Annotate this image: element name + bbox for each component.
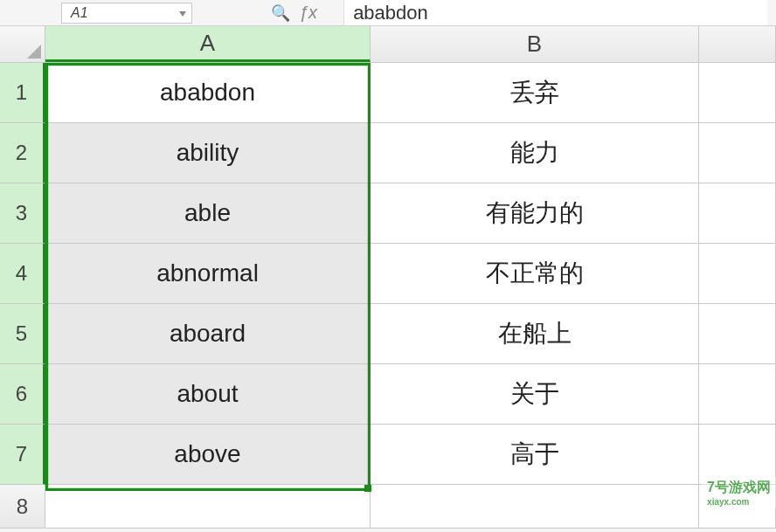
cell-reference-box[interactable]: A1 [61,3,192,24]
table-row: 5 aboard 在船上 [0,304,776,364]
formula-bar: A1 🔍 ƒx [0,0,776,26]
cell-c8[interactable] [699,485,776,529]
row-header-7[interactable]: 7 [0,425,45,485]
column-header-a[interactable]: A [45,26,371,62]
row-header-3[interactable]: 3 [0,183,45,244]
cell-c3[interactable] [699,183,776,244]
fx-icon[interactable]: ƒx [299,3,317,23]
table-row: 4 abnormal 不正常的 [0,244,776,304]
row-header-4[interactable]: 4 [0,244,45,304]
cell-a4[interactable]: abnormal [45,244,371,304]
cell-c6[interactable] [699,364,776,425]
row-header-8[interactable]: 8 [0,485,45,529]
column-header-c[interactable] [699,26,776,62]
cell-c5[interactable] [699,304,776,364]
cell-a2[interactable]: ability [45,123,371,183]
cell-b3[interactable]: 有能力的 [371,183,699,244]
cell-b6[interactable]: 关于 [371,364,699,425]
cell-a5[interactable]: aboard [45,304,371,364]
table-row: 3 able 有能力的 [0,183,776,244]
table-row: 6 about 关于 [0,364,776,425]
column-header-b[interactable]: B [371,26,699,62]
cell-reference-value: A1 [71,5,88,21]
cell-a3[interactable]: able [45,183,371,244]
row-header-5[interactable]: 5 [0,304,45,364]
search-icon[interactable]: 🔍 [271,3,290,23]
cell-b7[interactable]: 高于 [371,425,699,485]
cell-c4[interactable] [699,244,776,304]
cell-a8[interactable] [45,485,371,529]
cell-a6[interactable]: about [45,364,371,425]
row-header-2[interactable]: 2 [0,123,45,183]
cell-b8[interactable] [371,485,699,529]
cell-c7[interactable] [699,425,776,485]
cell-b2[interactable]: 能力 [371,123,699,183]
formula-input-wrap [343,0,767,25]
column-headers: A B [0,26,776,63]
cell-a1[interactable]: ababdon [45,63,371,123]
formula-input[interactable] [344,3,767,24]
table-row: 8 [0,485,776,529]
table-row: 2 ability 能力 [0,123,776,183]
select-all-corner[interactable] [0,26,45,62]
row-header-1[interactable]: 1 [0,63,45,123]
row-header-6[interactable]: 6 [0,364,45,425]
table-row: 1 ababdon 丢弃 [0,63,776,123]
grid-body: 1 ababdon 丢弃 2 ability 能力 3 able 有能力的 4 … [0,63,776,529]
sheet-area: A B 1 ababdon 丢弃 2 ability 能力 3 able 有能力… [0,26,776,529]
cell-b4[interactable]: 不正常的 [371,244,699,304]
cell-c2[interactable] [699,123,776,183]
table-row: 7 above 高于 [0,425,776,485]
cell-a7[interactable]: above [45,425,371,485]
cell-b5[interactable]: 在船上 [371,304,699,364]
cell-c1[interactable] [699,63,776,123]
cell-b1[interactable]: 丢弃 [371,63,699,123]
fx-area: 🔍 ƒx [271,3,317,23]
